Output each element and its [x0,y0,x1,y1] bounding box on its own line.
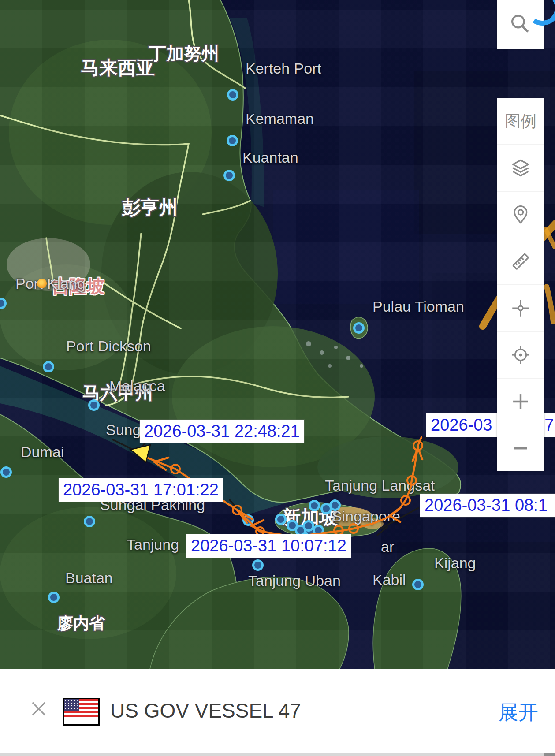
track-timestamp-081: 2026-03-31 08:1 [420,494,555,517]
vessel-tracking-app: 马来西亚 丁加努州 彭亨州 马六甲州 廖内省 吉隆坡 新加坡 Kerteh Po… [0,0,555,756]
port-marker[interactable] [275,514,287,525]
legend-button[interactable]: 图例 [497,98,544,145]
zoom-out-icon [509,437,532,460]
track-timestamp-partial-right: 7: [544,415,555,435]
port-marker[interactable] [242,514,254,526]
zoom-in-icon [509,390,532,413]
port-marker[interactable] [303,520,314,532]
map-toolbar: 图例 [497,98,544,471]
port-marker[interactable] [252,559,264,571]
port-marker[interactable] [353,322,365,334]
port-marker[interactable] [43,361,54,372]
layers-button[interactable] [497,145,544,192]
port-marker[interactable] [329,499,341,511]
crosshair-point-icon [510,297,532,319]
track-timestamp-2248: 2026-03-31 22:48:21 [140,420,304,443]
pick-point-button[interactable] [497,285,544,332]
port-marker[interactable] [223,170,235,181]
locate-icon [510,344,532,366]
legend-label: 图例 [505,111,536,132]
port-marker[interactable] [309,500,320,511]
layers-icon [510,157,532,179]
vessel-name: US GOV VESSEL 47 [110,699,301,722]
port-marker[interactable] [84,516,95,527]
map-canvas[interactable]: 马来西亚 丁加努州 彭亨州 马六甲州 廖内省 吉隆坡 新加坡 Kerteh Po… [0,0,555,669]
us-flag-icon [63,698,100,726]
zoom-in-button[interactable] [497,379,544,425]
port-marker[interactable] [412,579,424,590]
flag-canton [64,699,79,711]
location-pin-button[interactable] [497,192,544,238]
locate-button[interactable] [497,332,544,379]
port-marker[interactable] [227,89,238,101]
expand-button[interactable]: 展开 [499,699,538,726]
port-marker[interactable] [48,592,60,603]
port-marker-layer [0,0,555,669]
bottom-scrollbar[interactable] [0,753,555,756]
port-marker[interactable] [88,399,100,411]
track-timestamp-1007: 2026-03-31 10:07:12 [186,534,351,558]
measure-button[interactable] [497,238,544,285]
scrollbar-thumb[interactable] [544,753,555,756]
port-marker[interactable] [227,135,238,146]
close-icon[interactable] [29,699,48,719]
track-timestamp-1701: 2026-03-31 17:01:22 [59,478,223,502]
port-marker[interactable] [0,298,7,309]
location-pin-icon [510,204,532,226]
zoom-out-button[interactable] [497,425,544,471]
port-marker[interactable] [0,466,12,478]
track-timestamp-partial-left: 2026-03 [431,416,492,434]
ruler-icon [510,250,532,272]
